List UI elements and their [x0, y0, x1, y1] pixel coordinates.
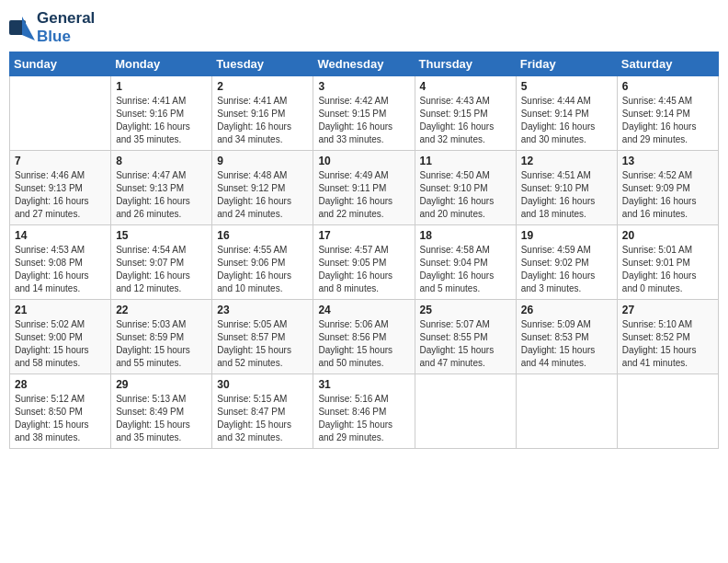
- calendar-cell: [617, 374, 718, 449]
- day-number: 18: [420, 229, 511, 242]
- day-number: 23: [217, 304, 308, 316]
- day-number: 1: [116, 80, 207, 93]
- day-content: Sunrise: 5:09 AM Sunset: 8:53 PM Dayligh…: [521, 318, 612, 370]
- calendar-cell: 9Sunrise: 4:48 AM Sunset: 9:12 PM Daylig…: [212, 151, 313, 225]
- day-content: Sunrise: 5:10 AM Sunset: 8:52 PM Dayligh…: [622, 318, 713, 370]
- calendar-cell: 1Sunrise: 4:41 AM Sunset: 9:16 PM Daylig…: [111, 76, 212, 151]
- calendar-cell: 26Sunrise: 5:09 AM Sunset: 8:53 PM Dayli…: [516, 300, 617, 374]
- day-content: Sunrise: 4:55 AM Sunset: 9:06 PM Dayligh…: [217, 244, 308, 295]
- day-number: 15: [116, 229, 207, 242]
- logo-icon: [9, 15, 35, 40]
- day-content: Sunrise: 5:16 AM Sunset: 8:46 PM Dayligh…: [318, 393, 409, 444]
- week-row-4: 21Sunrise: 5:02 AM Sunset: 9:00 PM Dayli…: [10, 300, 719, 374]
- calendar-cell: 25Sunrise: 5:07 AM Sunset: 8:55 PM Dayli…: [415, 300, 516, 374]
- weekday-tuesday: Tuesday: [212, 52, 313, 76]
- day-content: Sunrise: 4:48 AM Sunset: 9:12 PM Dayligh…: [217, 169, 308, 221]
- day-content: Sunrise: 4:53 AM Sunset: 9:08 PM Dayligh…: [15, 244, 106, 295]
- calendar-cell: 5Sunrise: 4:44 AM Sunset: 9:14 PM Daylig…: [516, 76, 617, 151]
- day-number: 24: [318, 304, 409, 316]
- day-number: 4: [420, 80, 511, 93]
- calendar-table: SundayMondayTuesdayWednesdayThursdayFrid…: [9, 52, 719, 449]
- day-number: 29: [116, 378, 207, 391]
- day-number: 3: [318, 80, 409, 93]
- day-number: 14: [15, 229, 106, 242]
- calendar-cell: 6Sunrise: 4:45 AM Sunset: 9:14 PM Daylig…: [617, 76, 718, 151]
- day-number: 26: [521, 304, 612, 316]
- calendar-cell: 24Sunrise: 5:06 AM Sunset: 8:56 PM Dayli…: [313, 300, 415, 374]
- weekday-monday: Monday: [111, 52, 212, 76]
- day-number: 28: [15, 378, 106, 391]
- day-content: Sunrise: 4:46 AM Sunset: 9:13 PM Dayligh…: [15, 169, 106, 221]
- day-content: Sunrise: 4:45 AM Sunset: 9:14 PM Dayligh…: [622, 95, 713, 146]
- calendar-cell: 20Sunrise: 5:01 AM Sunset: 9:01 PM Dayli…: [617, 225, 718, 300]
- calendar-cell: 23Sunrise: 5:05 AM Sunset: 8:57 PM Dayli…: [212, 300, 313, 374]
- day-number: 12: [521, 155, 612, 167]
- day-number: 7: [15, 155, 106, 167]
- day-number: 11: [420, 155, 511, 167]
- calendar-cell: 13Sunrise: 4:52 AM Sunset: 9:09 PM Dayli…: [617, 151, 718, 225]
- day-content: Sunrise: 4:49 AM Sunset: 9:11 PM Dayligh…: [318, 169, 409, 221]
- day-content: Sunrise: 4:43 AM Sunset: 9:15 PM Dayligh…: [420, 95, 511, 146]
- day-number: 21: [15, 304, 106, 316]
- day-number: 10: [318, 155, 409, 167]
- calendar-cell: 14Sunrise: 4:53 AM Sunset: 9:08 PM Dayli…: [10, 225, 111, 300]
- weekday-saturday: Saturday: [617, 52, 718, 76]
- calendar-cell: 3Sunrise: 4:42 AM Sunset: 9:15 PM Daylig…: [313, 76, 415, 151]
- calendar-cell: 11Sunrise: 4:50 AM Sunset: 9:10 PM Dayli…: [415, 151, 516, 225]
- day-content: Sunrise: 4:41 AM Sunset: 9:16 PM Dayligh…: [217, 95, 308, 146]
- day-content: Sunrise: 5:02 AM Sunset: 9:00 PM Dayligh…: [15, 318, 106, 370]
- weekday-wednesday: Wednesday: [313, 52, 415, 76]
- calendar-cell: 8Sunrise: 4:47 AM Sunset: 9:13 PM Daylig…: [111, 151, 212, 225]
- day-number: 2: [217, 80, 308, 93]
- calendar-cell: 12Sunrise: 4:51 AM Sunset: 9:10 PM Dayli…: [516, 151, 617, 225]
- calendar-cell: 28Sunrise: 5:12 AM Sunset: 8:50 PM Dayli…: [10, 374, 111, 449]
- day-number: 19: [521, 229, 612, 242]
- day-content: Sunrise: 5:03 AM Sunset: 8:59 PM Dayligh…: [116, 318, 207, 370]
- calendar-cell: 18Sunrise: 4:58 AM Sunset: 9:04 PM Dayli…: [415, 225, 516, 300]
- calendar-cell: 2Sunrise: 4:41 AM Sunset: 9:16 PM Daylig…: [212, 76, 313, 151]
- calendar-cell: 30Sunrise: 5:15 AM Sunset: 8:47 PM Dayli…: [212, 374, 313, 449]
- day-content: Sunrise: 5:12 AM Sunset: 8:50 PM Dayligh…: [15, 393, 106, 444]
- calendar-cell: [415, 374, 516, 449]
- day-number: 8: [116, 155, 207, 167]
- week-row-2: 7Sunrise: 4:46 AM Sunset: 9:13 PM Daylig…: [10, 151, 719, 225]
- calendar-cell: 29Sunrise: 5:13 AM Sunset: 8:49 PM Dayli…: [111, 374, 212, 449]
- day-number: 6: [622, 80, 713, 93]
- day-content: Sunrise: 4:52 AM Sunset: 9:09 PM Dayligh…: [622, 169, 713, 221]
- weekday-header-row: SundayMondayTuesdayWednesdayThursdayFrid…: [10, 52, 719, 76]
- day-number: 22: [116, 304, 207, 316]
- day-number: 13: [622, 155, 713, 167]
- day-content: Sunrise: 5:05 AM Sunset: 8:57 PM Dayligh…: [217, 318, 308, 370]
- day-number: 5: [521, 80, 612, 93]
- calendar-cell: 15Sunrise: 4:54 AM Sunset: 9:07 PM Dayli…: [111, 225, 212, 300]
- day-number: 25: [420, 304, 511, 316]
- day-content: Sunrise: 5:07 AM Sunset: 8:55 PM Dayligh…: [420, 318, 511, 370]
- logo: General Blue: [9, 9, 95, 46]
- day-content: Sunrise: 5:06 AM Sunset: 8:56 PM Dayligh…: [318, 318, 409, 370]
- day-content: Sunrise: 5:01 AM Sunset: 9:01 PM Dayligh…: [622, 244, 713, 295]
- day-number: 27: [622, 304, 713, 316]
- calendar-body: 1Sunrise: 4:41 AM Sunset: 9:16 PM Daylig…: [10, 76, 719, 449]
- day-content: Sunrise: 4:57 AM Sunset: 9:05 PM Dayligh…: [318, 244, 409, 295]
- day-content: Sunrise: 4:58 AM Sunset: 9:04 PM Dayligh…: [420, 244, 511, 295]
- weekday-friday: Friday: [516, 52, 617, 76]
- day-number: 20: [622, 229, 713, 242]
- day-content: Sunrise: 4:42 AM Sunset: 9:15 PM Dayligh…: [318, 95, 409, 146]
- day-content: Sunrise: 4:44 AM Sunset: 9:14 PM Dayligh…: [521, 95, 612, 146]
- logo-blue: Blue: [37, 28, 71, 45]
- day-content: Sunrise: 4:51 AM Sunset: 9:10 PM Dayligh…: [521, 169, 612, 221]
- logo-general: General: [37, 9, 95, 27]
- day-content: Sunrise: 4:47 AM Sunset: 9:13 PM Dayligh…: [116, 169, 207, 221]
- calendar-cell: 22Sunrise: 5:03 AM Sunset: 8:59 PM Dayli…: [111, 300, 212, 374]
- weekday-thursday: Thursday: [415, 52, 516, 76]
- day-number: 9: [217, 155, 308, 167]
- day-number: 31: [318, 378, 409, 391]
- day-content: Sunrise: 4:54 AM Sunset: 9:07 PM Dayligh…: [116, 244, 207, 295]
- calendar-cell: 16Sunrise: 4:55 AM Sunset: 9:06 PM Dayli…: [212, 225, 313, 300]
- calendar-cell: 17Sunrise: 4:57 AM Sunset: 9:05 PM Dayli…: [313, 225, 415, 300]
- day-content: Sunrise: 5:13 AM Sunset: 8:49 PM Dayligh…: [116, 393, 207, 444]
- calendar-cell: 21Sunrise: 5:02 AM Sunset: 9:00 PM Dayli…: [10, 300, 111, 374]
- calendar-cell: [10, 76, 111, 151]
- day-content: Sunrise: 4:50 AM Sunset: 9:10 PM Dayligh…: [420, 169, 511, 221]
- calendar-cell: 4Sunrise: 4:43 AM Sunset: 9:15 PM Daylig…: [415, 76, 516, 151]
